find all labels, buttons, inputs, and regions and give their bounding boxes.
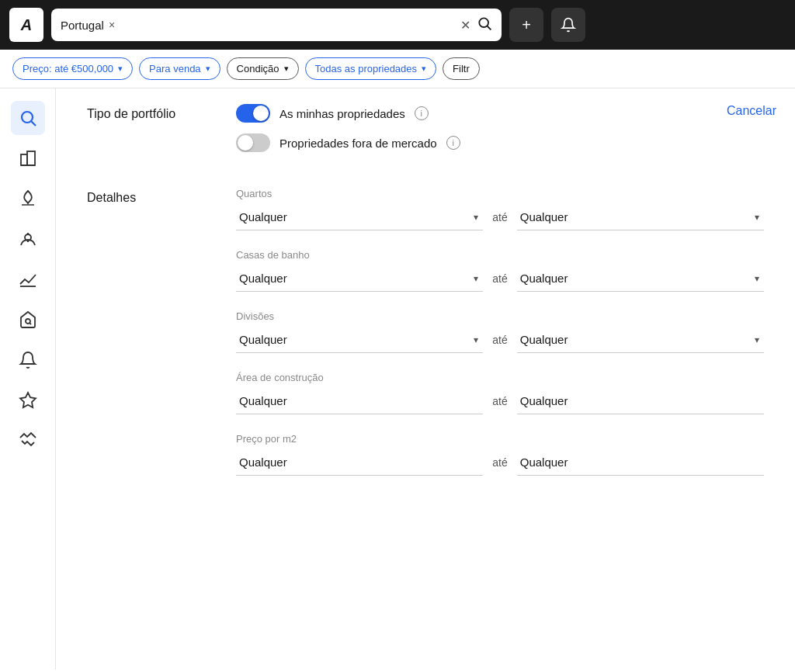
search-tag-close[interactable]: ×	[109, 19, 115, 31]
preco-m2-row: até	[236, 449, 764, 476]
sidebar-item-handshake[interactable]	[11, 424, 45, 458]
casas-separator: até	[492, 272, 507, 285]
sidebar	[0, 88, 56, 670]
sidebar-item-buildings[interactable]	[11, 141, 45, 175]
divisoes-row: Qualquer12345+ ▾ até Qualquer12345+ ▾	[236, 327, 764, 353]
quartos-from-wrapper: Qualquer12345+ ▾	[236, 204, 483, 230]
svg-line-10	[30, 323, 31, 324]
top-bar: A Portugal × ✕ +	[0, 0, 795, 50]
quartos-group: Quartos Qualquer12345+ ▾ até Qualquer123…	[236, 188, 764, 230]
preco-m2-to-input[interactable]	[517, 449, 764, 476]
cancel-button[interactable]: Cancelar	[727, 104, 776, 118]
svg-rect-5	[27, 151, 35, 165]
add-button[interactable]: +	[509, 8, 543, 42]
svg-marker-11	[20, 393, 36, 407]
portfolio-label: Tipo de portfólio	[87, 104, 211, 163]
condition-filter-chip[interactable]: Condição ▾	[227, 57, 299, 80]
area-label: Área de construção	[236, 372, 764, 383]
svg-rect-4	[21, 154, 27, 165]
logo-text: A	[21, 16, 32, 34]
sidebar-item-home-search[interactable]	[11, 303, 45, 337]
area-group: Área de construção até	[236, 372, 764, 414]
portfolio-section: Tipo de portfólio As minhas propriedades…	[87, 104, 764, 163]
area-separator: até	[492, 395, 507, 407]
search-bar: Portugal × ✕	[51, 9, 502, 41]
content: Cancelar Tipo de portfólio As minhas pro…	[56, 88, 795, 670]
sidebar-item-bell[interactable]	[11, 343, 45, 377]
casas-banho-row: Qualquer12345+ ▾ até Qualquer12345+ ▾	[236, 265, 764, 292]
casas-to-select[interactable]: Qualquer12345+	[517, 265, 764, 292]
casas-to-wrapper: Qualquer12345+ ▾	[517, 265, 764, 292]
more-filters-chip[interactable]: Filtr	[443, 57, 480, 80]
quartos-label: Quartos	[236, 188, 764, 199]
my-properties-label: As minhas propriedades	[279, 107, 405, 120]
main-layout: Cancelar Tipo de portfólio As minhas pro…	[0, 88, 795, 670]
chevron-down-icon: ▾	[284, 64, 289, 74]
off-market-info-icon[interactable]: i	[446, 136, 460, 150]
svg-point-2	[22, 112, 33, 123]
quartos-to-select[interactable]: Qualquer12345+	[517, 204, 764, 230]
area-to-input[interactable]	[517, 388, 764, 414]
quartos-separator: até	[492, 211, 507, 223]
chevron-down-icon: ▾	[206, 64, 210, 74]
sidebar-item-fire-map[interactable]	[11, 182, 45, 216]
off-market-label: Propriedades fora de mercado	[279, 137, 437, 150]
divisoes-to-select[interactable]: Qualquer12345+	[517, 327, 764, 353]
filter-bar: Preço: até €500,000 ▾ Para venda ▾ Condi…	[0, 50, 795, 88]
sidebar-item-chart[interactable]	[11, 262, 45, 296]
details-section: Detalhes Quartos Qualquer12345+ ▾ até	[87, 188, 764, 494]
my-properties-info-icon[interactable]: i	[415, 106, 429, 120]
logo: A	[9, 8, 43, 42]
properties-filter-chip[interactable]: Todas as propriedades ▾	[305, 57, 437, 80]
my-properties-toggle-row: As minhas propriedades i	[236, 104, 764, 123]
svg-line-3	[31, 122, 36, 126]
toggle-knob	[238, 135, 253, 151]
toggle-knob	[253, 106, 269, 121]
area-row: até	[236, 388, 764, 414]
casas-from-wrapper: Qualquer12345+ ▾	[236, 265, 483, 292]
divisoes-group: Divisões Qualquer12345+ ▾ até Qualquer12…	[236, 310, 764, 353]
chevron-down-icon: ▾	[422, 64, 426, 74]
casas-banho-group: Casas de banho Qualquer12345+ ▾ até Qual…	[236, 249, 764, 292]
details-content: Quartos Qualquer12345+ ▾ até Qualquer123…	[236, 188, 764, 494]
search-tag: Portugal ×	[61, 19, 115, 32]
area-from-input[interactable]	[236, 388, 483, 414]
divisoes-from-select[interactable]: Qualquer12345+	[236, 327, 483, 353]
svg-point-0	[479, 18, 488, 27]
portfolio-content: As minhas propriedades i Propriedades fo…	[236, 104, 764, 163]
details-label: Detalhes	[87, 188, 211, 494]
off-market-toggle[interactable]	[236, 133, 270, 152]
preco-m2-separator: até	[492, 456, 507, 469]
off-market-toggle-row: Propriedades fora de mercado i	[236, 133, 764, 152]
sidebar-item-money[interactable]	[11, 222, 45, 256]
my-properties-toggle[interactable]	[236, 104, 270, 123]
quartos-to-wrapper: Qualquer12345+ ▾	[517, 204, 764, 230]
search-clear-icon[interactable]: ✕	[460, 18, 470, 33]
preco-m2-label: Preço por m2	[236, 433, 764, 445]
preco-m2-group: Preço por m2 até	[236, 433, 764, 476]
divisoes-label: Divisões	[236, 310, 764, 322]
casas-banho-label: Casas de banho	[236, 249, 764, 261]
sidebar-item-search[interactable]	[11, 101, 45, 135]
svg-line-1	[488, 26, 491, 29]
chevron-down-icon: ▾	[118, 64, 123, 74]
sale-filter-chip[interactable]: Para venda ▾	[139, 57, 220, 80]
sidebar-item-star[interactable]	[11, 383, 45, 417]
casas-from-select[interactable]: Qualquer12345+	[236, 265, 483, 292]
search-tag-text: Portugal	[61, 19, 104, 32]
divisoes-to-wrapper: Qualquer12345+ ▾	[517, 327, 764, 353]
search-submit-button[interactable]	[477, 16, 492, 35]
quartos-row: Qualquer12345+ ▾ até Qualquer12345+ ▾	[236, 204, 764, 230]
price-filter-chip[interactable]: Preço: até €500,000 ▾	[12, 57, 133, 80]
quartos-from-select[interactable]: Qualquer12345+	[236, 204, 483, 230]
divisoes-separator: até	[492, 334, 507, 346]
preco-m2-from-input[interactable]	[236, 449, 483, 476]
divisoes-from-wrapper: Qualquer12345+ ▾	[236, 327, 483, 353]
notifications-button[interactable]	[551, 8, 585, 42]
